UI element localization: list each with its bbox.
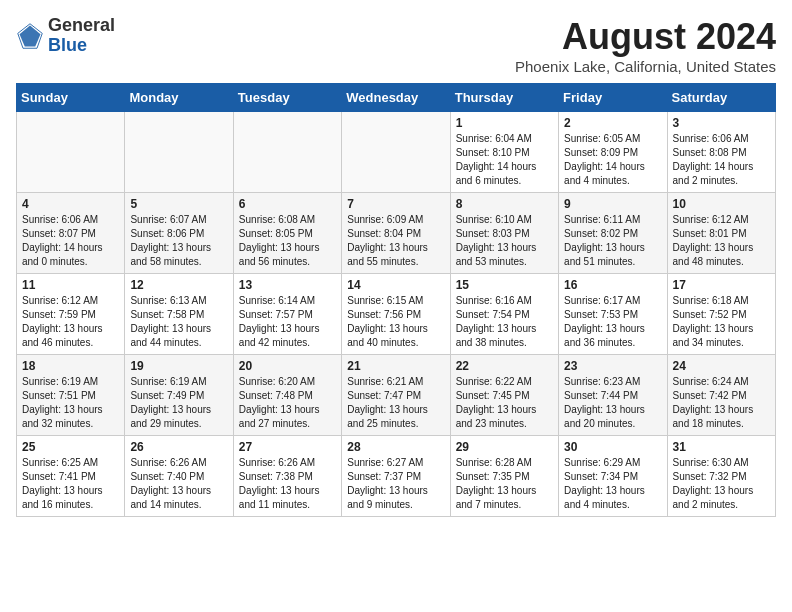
calendar-cell: 9Sunrise: 6:11 AM Sunset: 8:02 PM Daylig…	[559, 193, 667, 274]
day-number: 30	[564, 440, 661, 454]
calendar-cell: 5Sunrise: 6:07 AM Sunset: 8:06 PM Daylig…	[125, 193, 233, 274]
calendar-cell: 24Sunrise: 6:24 AM Sunset: 7:42 PM Dayli…	[667, 355, 775, 436]
logo-icon	[16, 22, 44, 50]
calendar-cell: 18Sunrise: 6:19 AM Sunset: 7:51 PM Dayli…	[17, 355, 125, 436]
day-info: Sunrise: 6:12 AM Sunset: 7:59 PM Dayligh…	[22, 294, 119, 350]
calendar-cell: 2Sunrise: 6:05 AM Sunset: 8:09 PM Daylig…	[559, 112, 667, 193]
day-info: Sunrise: 6:26 AM Sunset: 7:38 PM Dayligh…	[239, 456, 336, 512]
calendar-cell	[125, 112, 233, 193]
calendar-cell: 25Sunrise: 6:25 AM Sunset: 7:41 PM Dayli…	[17, 436, 125, 517]
day-number: 4	[22, 197, 119, 211]
day-number: 7	[347, 197, 444, 211]
day-number: 11	[22, 278, 119, 292]
location-title: Phoenix Lake, California, United States	[515, 58, 776, 75]
day-info: Sunrise: 6:15 AM Sunset: 7:56 PM Dayligh…	[347, 294, 444, 350]
day-number: 13	[239, 278, 336, 292]
day-header-row: SundayMondayTuesdayWednesdayThursdayFrid…	[17, 84, 776, 112]
calendar-header: SundayMondayTuesdayWednesdayThursdayFrid…	[17, 84, 776, 112]
day-info: Sunrise: 6:20 AM Sunset: 7:48 PM Dayligh…	[239, 375, 336, 431]
day-number: 24	[673, 359, 770, 373]
page-header: General Blue August 2024 Phoenix Lake, C…	[16, 16, 776, 75]
calendar-cell: 27Sunrise: 6:26 AM Sunset: 7:38 PM Dayli…	[233, 436, 341, 517]
day-number: 29	[456, 440, 553, 454]
day-header-wednesday: Wednesday	[342, 84, 450, 112]
calendar-cell: 29Sunrise: 6:28 AM Sunset: 7:35 PM Dayli…	[450, 436, 558, 517]
calendar-cell: 16Sunrise: 6:17 AM Sunset: 7:53 PM Dayli…	[559, 274, 667, 355]
day-info: Sunrise: 6:26 AM Sunset: 7:40 PM Dayligh…	[130, 456, 227, 512]
day-info: Sunrise: 6:07 AM Sunset: 8:06 PM Dayligh…	[130, 213, 227, 269]
day-number: 16	[564, 278, 661, 292]
day-number: 6	[239, 197, 336, 211]
calendar-cell: 14Sunrise: 6:15 AM Sunset: 7:56 PM Dayli…	[342, 274, 450, 355]
day-number: 3	[673, 116, 770, 130]
calendar-cell: 19Sunrise: 6:19 AM Sunset: 7:49 PM Dayli…	[125, 355, 233, 436]
calendar-cell: 22Sunrise: 6:22 AM Sunset: 7:45 PM Dayli…	[450, 355, 558, 436]
day-info: Sunrise: 6:19 AM Sunset: 7:49 PM Dayligh…	[130, 375, 227, 431]
day-number: 27	[239, 440, 336, 454]
calendar-cell	[342, 112, 450, 193]
calendar-cell: 17Sunrise: 6:18 AM Sunset: 7:52 PM Dayli…	[667, 274, 775, 355]
calendar-cell: 11Sunrise: 6:12 AM Sunset: 7:59 PM Dayli…	[17, 274, 125, 355]
calendar-cell: 12Sunrise: 6:13 AM Sunset: 7:58 PM Dayli…	[125, 274, 233, 355]
day-info: Sunrise: 6:09 AM Sunset: 8:04 PM Dayligh…	[347, 213, 444, 269]
day-number: 15	[456, 278, 553, 292]
day-info: Sunrise: 6:28 AM Sunset: 7:35 PM Dayligh…	[456, 456, 553, 512]
day-info: Sunrise: 6:14 AM Sunset: 7:57 PM Dayligh…	[239, 294, 336, 350]
calendar-cell: 13Sunrise: 6:14 AM Sunset: 7:57 PM Dayli…	[233, 274, 341, 355]
day-info: Sunrise: 6:19 AM Sunset: 7:51 PM Dayligh…	[22, 375, 119, 431]
calendar-table: SundayMondayTuesdayWednesdayThursdayFrid…	[16, 83, 776, 517]
day-header-tuesday: Tuesday	[233, 84, 341, 112]
calendar-cell: 26Sunrise: 6:26 AM Sunset: 7:40 PM Dayli…	[125, 436, 233, 517]
day-number: 20	[239, 359, 336, 373]
svg-marker-0	[20, 25, 41, 46]
day-info: Sunrise: 6:12 AM Sunset: 8:01 PM Dayligh…	[673, 213, 770, 269]
calendar-week-4: 18Sunrise: 6:19 AM Sunset: 7:51 PM Dayli…	[17, 355, 776, 436]
day-number: 10	[673, 197, 770, 211]
calendar-cell: 20Sunrise: 6:20 AM Sunset: 7:48 PM Dayli…	[233, 355, 341, 436]
calendar-cell	[17, 112, 125, 193]
calendar-cell: 28Sunrise: 6:27 AM Sunset: 7:37 PM Dayli…	[342, 436, 450, 517]
day-number: 5	[130, 197, 227, 211]
calendar-week-1: 1Sunrise: 6:04 AM Sunset: 8:10 PM Daylig…	[17, 112, 776, 193]
calendar-cell: 1Sunrise: 6:04 AM Sunset: 8:10 PM Daylig…	[450, 112, 558, 193]
calendar-cell: 10Sunrise: 6:12 AM Sunset: 8:01 PM Dayli…	[667, 193, 775, 274]
day-header-sunday: Sunday	[17, 84, 125, 112]
day-number: 26	[130, 440, 227, 454]
calendar-cell: 3Sunrise: 6:06 AM Sunset: 8:08 PM Daylig…	[667, 112, 775, 193]
day-info: Sunrise: 6:05 AM Sunset: 8:09 PM Dayligh…	[564, 132, 661, 188]
day-info: Sunrise: 6:21 AM Sunset: 7:47 PM Dayligh…	[347, 375, 444, 431]
calendar-cell: 15Sunrise: 6:16 AM Sunset: 7:54 PM Dayli…	[450, 274, 558, 355]
calendar-cell: 23Sunrise: 6:23 AM Sunset: 7:44 PM Dayli…	[559, 355, 667, 436]
day-number: 19	[130, 359, 227, 373]
day-info: Sunrise: 6:06 AM Sunset: 8:07 PM Dayligh…	[22, 213, 119, 269]
day-number: 9	[564, 197, 661, 211]
calendar-cell: 4Sunrise: 6:06 AM Sunset: 8:07 PM Daylig…	[17, 193, 125, 274]
day-number: 18	[22, 359, 119, 373]
day-header-saturday: Saturday	[667, 84, 775, 112]
calendar-week-2: 4Sunrise: 6:06 AM Sunset: 8:07 PM Daylig…	[17, 193, 776, 274]
day-info: Sunrise: 6:08 AM Sunset: 8:05 PM Dayligh…	[239, 213, 336, 269]
day-header-monday: Monday	[125, 84, 233, 112]
day-number: 2	[564, 116, 661, 130]
calendar-cell: 21Sunrise: 6:21 AM Sunset: 7:47 PM Dayli…	[342, 355, 450, 436]
calendar-cell: 31Sunrise: 6:30 AM Sunset: 7:32 PM Dayli…	[667, 436, 775, 517]
day-info: Sunrise: 6:27 AM Sunset: 7:37 PM Dayligh…	[347, 456, 444, 512]
day-number: 12	[130, 278, 227, 292]
day-info: Sunrise: 6:04 AM Sunset: 8:10 PM Dayligh…	[456, 132, 553, 188]
day-number: 25	[22, 440, 119, 454]
day-info: Sunrise: 6:25 AM Sunset: 7:41 PM Dayligh…	[22, 456, 119, 512]
day-info: Sunrise: 6:22 AM Sunset: 7:45 PM Dayligh…	[456, 375, 553, 431]
day-info: Sunrise: 6:13 AM Sunset: 7:58 PM Dayligh…	[130, 294, 227, 350]
day-info: Sunrise: 6:16 AM Sunset: 7:54 PM Dayligh…	[456, 294, 553, 350]
calendar-body: 1Sunrise: 6:04 AM Sunset: 8:10 PM Daylig…	[17, 112, 776, 517]
calendar-cell: 7Sunrise: 6:09 AM Sunset: 8:04 PM Daylig…	[342, 193, 450, 274]
calendar-cell: 30Sunrise: 6:29 AM Sunset: 7:34 PM Dayli…	[559, 436, 667, 517]
day-info: Sunrise: 6:11 AM Sunset: 8:02 PM Dayligh…	[564, 213, 661, 269]
logo-blue-text: Blue	[48, 35, 87, 55]
calendar-cell	[233, 112, 341, 193]
day-info: Sunrise: 6:17 AM Sunset: 7:53 PM Dayligh…	[564, 294, 661, 350]
month-title: August 2024	[515, 16, 776, 58]
calendar-cell: 6Sunrise: 6:08 AM Sunset: 8:05 PM Daylig…	[233, 193, 341, 274]
calendar-week-3: 11Sunrise: 6:12 AM Sunset: 7:59 PM Dayli…	[17, 274, 776, 355]
logo-general-text: General	[48, 15, 115, 35]
